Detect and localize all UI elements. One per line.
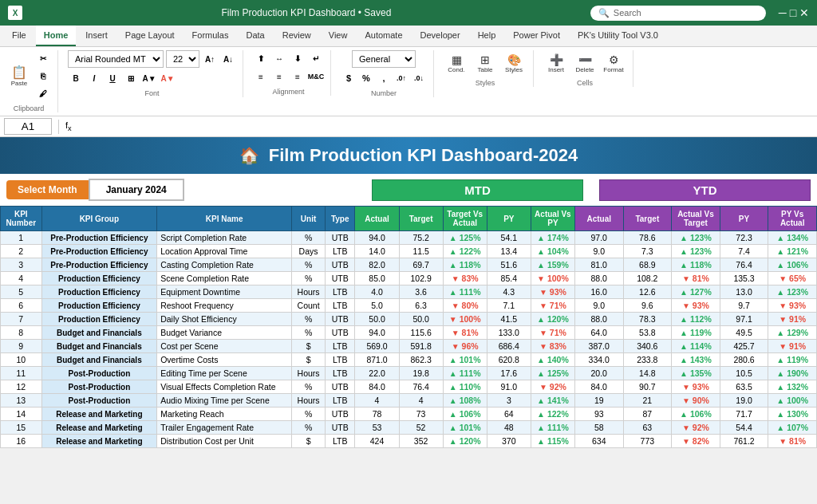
cell-mtd-py: 51.6 — [487, 258, 531, 272]
cell-mtd-target: 11.5 — [399, 245, 443, 258]
ribbon-tab-automate[interactable]: Automate — [357, 26, 410, 46]
down-arrow-icon: ▼ — [779, 315, 787, 324]
cell-kpi-group: Budget and Financials — [41, 353, 157, 367]
cell-reference-input[interactable] — [4, 118, 52, 135]
cell-ytd-actual: 84.0 — [574, 380, 623, 394]
cell-mtd-py: 370 — [487, 435, 531, 448]
formula-bar: fx — [0, 116, 817, 137]
ribbon-tab-page-layout[interactable]: Page Layout — [117, 26, 183, 46]
col-mtd-tva: Target Vs Actual — [443, 207, 487, 231]
ribbon-tab-power-pivot[interactable]: Power Pivot — [505, 26, 568, 46]
ribbon-tab-file[interactable]: File — [4, 26, 34, 46]
ribbon-tab-review[interactable]: Review — [274, 26, 319, 46]
format-cells-button[interactable]: ⚙Format — [601, 50, 626, 76]
align-middle-button[interactable]: ↔ — [271, 50, 287, 66]
insert-cells-button[interactable]: ➕Insert — [543, 50, 569, 76]
increase-decimal-button[interactable]: .0↑ — [393, 70, 409, 86]
cell-ytd-pyva: ▲ 106% — [768, 258, 817, 272]
cell-kpi-group: Release and Marketing — [41, 408, 157, 421]
cell-kpi-group: Production Efficiency — [41, 299, 157, 313]
conditional-formatting-button[interactable]: ▦Cond. — [444, 50, 469, 76]
cell-ytd-actual: 16.0 — [574, 285, 623, 299]
paste-button[interactable]: 📋 Paste — [6, 63, 32, 89]
delete-cells-button[interactable]: ➖Delete — [572, 50, 598, 76]
cell-ytd-target: 78.3 — [623, 313, 672, 326]
align-left-button[interactable]: ≡ — [253, 69, 269, 85]
search-box[interactable]: 🔍 Search — [590, 6, 766, 21]
cell-kpi-group: Pre-Production Efficiency — [41, 231, 157, 245]
ribbon-tab-insert[interactable]: Insert — [77, 26, 116, 46]
bold-button[interactable]: B — [68, 70, 84, 86]
copy-button[interactable]: ⎘ — [35, 68, 51, 84]
format-painter-button[interactable]: 🖌 — [35, 85, 51, 101]
format-as-table-button[interactable]: ⊞Table — [472, 50, 498, 76]
cell-mtd-py: 48 — [487, 421, 531, 435]
cell-mtd-actual: 22.0 — [355, 367, 399, 380]
cell-ytd-pyva: ▲ 123% — [768, 285, 817, 299]
ribbon-tab-home[interactable]: Home — [36, 26, 77, 46]
cell-mtd-target: 76.4 — [399, 380, 443, 394]
decrease-decimal-button[interactable]: .0↓ — [411, 70, 427, 86]
ribbon-tab-developer[interactable]: Developer — [412, 26, 468, 46]
down-arrow-icon: ▼ — [682, 274, 690, 283]
decrease-font-button[interactable]: A↓ — [220, 51, 236, 67]
merge-center-button[interactable]: M&C — [308, 69, 324, 85]
up-arrow-icon: ▲ — [537, 437, 545, 446]
number-format-select[interactable]: General — [352, 50, 416, 68]
cell-ytd-actual: 88.0 — [574, 313, 623, 326]
align-right-button[interactable]: ≡ — [290, 69, 306, 85]
cell-kpi-name: Overtime Costs — [157, 353, 292, 367]
currency-button[interactable]: $ — [341, 70, 357, 86]
ribbon-content: 📋 Paste ✂ ⎘ 🖌 Clipboard Arial Rounded MT — [0, 47, 817, 116]
cell-mtd-py: 620.8 — [487, 353, 531, 367]
cell-type: UTB — [326, 272, 355, 285]
increase-font-button[interactable]: A↑ — [202, 51, 218, 67]
cell-mtd-actual: 82.0 — [355, 258, 399, 272]
cut-button[interactable]: ✂ — [35, 50, 51, 66]
up-arrow-icon: ▲ — [776, 247, 784, 256]
cell-kpi-num: 13 — [1, 394, 42, 408]
cell-ytd-avt: ▲ 135% — [672, 367, 720, 380]
select-month-button[interactable]: Select Month — [6, 180, 89, 199]
cell-kpi-group: Release and Marketing — [41, 421, 157, 435]
align-bottom-button[interactable]: ⬇ — [290, 50, 306, 66]
cell-ytd-actual: 81.0 — [574, 258, 623, 272]
cell-kpi-name: Scene Completion Rate — [157, 272, 292, 285]
italic-button[interactable]: I — [86, 70, 102, 86]
ribbon-tab-pk's-utility-tool-v3.0[interactable]: PK's Utility Tool V3.0 — [570, 26, 666, 46]
cell-mtd-py: 41.5 — [487, 313, 531, 326]
cell-ytd-py: 13.0 — [720, 285, 768, 299]
home-icon[interactable]: 🏠 — [239, 146, 259, 165]
cell-kpi-group: Release and Marketing — [41, 435, 157, 448]
font-size-select[interactable]: 22 — [166, 50, 199, 68]
cell-mtd-target: 4 — [399, 394, 443, 408]
cell-mtd-py: 4.3 — [487, 285, 531, 299]
ribbon-tab-help[interactable]: Help — [470, 26, 504, 46]
cell-styles-button[interactable]: 🎨Styles — [501, 50, 527, 76]
font-name-select[interactable]: Arial Rounded MT — [68, 50, 164, 68]
font-label: Font — [144, 89, 159, 97]
up-arrow-icon: ▲ — [449, 383, 457, 392]
cell-unit: % — [292, 421, 326, 435]
comma-button[interactable]: , — [376, 70, 392, 86]
ribbon-tab-data[interactable]: Data — [238, 26, 272, 46]
cell-ytd-avt: ▼ 93% — [672, 299, 720, 313]
cell-kpi-num: 6 — [1, 299, 42, 313]
border-button[interactable]: ⊞ — [123, 70, 139, 86]
cell-unit: % — [292, 313, 326, 326]
wrap-text-button[interactable]: ↵ — [308, 50, 324, 66]
table-row: 10 Budget and Financials Overtime Costs … — [1, 353, 817, 367]
underline-button[interactable]: U — [105, 70, 120, 86]
cell-kpi-num: 10 — [1, 353, 42, 367]
ribbon-tab-formulas[interactable]: Formulas — [184, 26, 237, 46]
fill-color-button[interactable]: A▼ — [141, 70, 157, 86]
align-top-button[interactable]: ⬆ — [253, 50, 269, 66]
formula-input[interactable] — [76, 120, 813, 133]
percent-button[interactable]: % — [358, 70, 374, 86]
font-color-button[interactable]: A▼ — [160, 70, 176, 86]
ribbon-tab-view[interactable]: View — [321, 26, 356, 46]
cell-mtd-avspy: ▼ 100% — [531, 272, 574, 285]
align-center-button[interactable]: ≡ — [271, 69, 287, 85]
cells-label: Cells — [577, 79, 593, 87]
up-arrow-icon: ▲ — [776, 369, 784, 378]
